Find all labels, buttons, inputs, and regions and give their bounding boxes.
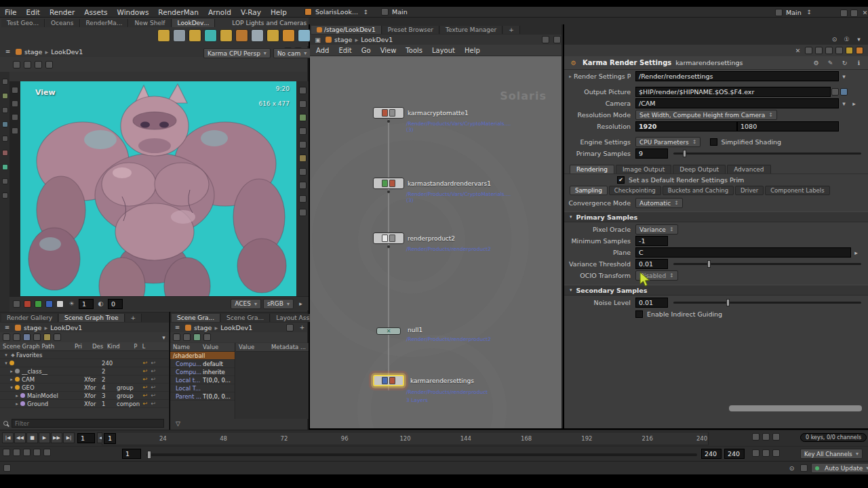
gamma-icon[interactable]: ◐ [96, 299, 106, 308]
engine-dropdown[interactable]: CPU Parameters ↕ [635, 137, 701, 147]
shelf-tool-icon[interactable] [173, 29, 186, 42]
shelf-tool-icon[interactable] [220, 29, 233, 42]
shelf-tool-icon[interactable] [298, 29, 311, 42]
breadcrumb[interactable]: stage ▸ LookDev1 [15, 324, 82, 331]
details-tab[interactable]: Scene Gra... [172, 314, 220, 322]
table-row[interactable]: ▾ ◆ Favorites [0, 351, 169, 359]
drag-tool-icon[interactable] [2, 136, 8, 142]
layout-icon[interactable] [840, 9, 848, 17]
activation-toggle-icon[interactable]: ↩ [149, 368, 157, 374]
tab-scene-graph-tree[interactable]: Scene Graph Tree [59, 314, 125, 322]
step-size-icon[interactable] [43, 449, 51, 456]
camera-chooser-icon[interactable]: ▾ [839, 99, 849, 108]
menu-view[interactable]: View [376, 45, 401, 56]
shading-mode-icon[interactable] [299, 100, 307, 108]
menu-file[interactable]: File [0, 7, 22, 18]
new-tab-button[interactable]: + [503, 26, 520, 34]
handles-tool-icon[interactable] [2, 107, 8, 113]
persp-view-icon[interactable] [299, 87, 307, 94]
green-channel-icon[interactable] [35, 300, 42, 308]
pixel-oracle-dropdown[interactable]: Variance ↕ [635, 224, 678, 235]
range-slider[interactable] [146, 453, 697, 456]
default-prim-checkbox[interactable]: ✔ [617, 176, 625, 184]
chevron-down-icon[interactable]: ▾ [159, 333, 169, 342]
tab-preset-browser[interactable]: Preset Browser [382, 26, 439, 34]
render-status-icon[interactable] [800, 464, 808, 472]
sun-icon[interactable]: ☀ [66, 299, 77, 308]
snap-point-icon[interactable] [12, 100, 18, 107]
grid-view-icon[interactable] [835, 47, 843, 54]
gear-icon[interactable]: ⚙ [811, 58, 821, 68]
expand-icon[interactable]: ▸ [14, 401, 20, 407]
auto-update-dropdown[interactable]: Auto Update ▾ [811, 463, 868, 473]
subtab-checkpointing[interactable]: Checkpointing [609, 186, 661, 195]
play-reverse-button[interactable]: ◀◀ [14, 432, 26, 443]
rotate-tool-icon[interactable] [35, 61, 42, 68]
expand-icon[interactable]: ▾ [3, 352, 9, 358]
menu-arnold[interactable]: Arnold [203, 7, 236, 18]
translate-tool-icon[interactable] [24, 61, 31, 68]
attribute-row[interactable]: Compu... default [170, 360, 235, 368]
guides-icon[interactable] [299, 195, 307, 203]
output-connector[interactable] [387, 120, 390, 123]
select-mode-icon[interactable] [2, 93, 8, 99]
prim-chooser-icon[interactable]: ▾ [839, 72, 849, 81]
disclosure-icon[interactable]: ▸ [567, 74, 574, 79]
blue-channel-icon[interactable] [45, 300, 53, 308]
section-primary-samples[interactable]: ▾ Primary Samples [564, 211, 868, 222]
background-icon[interactable] [299, 182, 307, 189]
alpha-channel-icon[interactable] [56, 300, 64, 308]
horizontal-scrollbar[interactable] [729, 405, 862, 411]
tree-expand-icon[interactable] [13, 333, 20, 341]
measure-tool-icon[interactable] [2, 178, 8, 184]
subtab-component-labels[interactable]: Component Labels [765, 186, 829, 195]
desktop-selector[interactable]: SolarisLook... ↕ [304, 7, 371, 17]
breadcrumb[interactable]: stage ▸ LookDev1 [185, 324, 252, 331]
list-view-icon[interactable] [825, 47, 833, 54]
plane-chooser-icon[interactable]: ▸ [851, 248, 861, 258]
menu-assets[interactable]: Assets [79, 7, 112, 18]
primary-samples-field[interactable]: 9 [635, 148, 668, 159]
play-button[interactable]: ▶ [39, 432, 50, 443]
remove-key-icon[interactable] [762, 449, 770, 457]
display-space-dropdown[interactable]: sRGB ▾ [263, 299, 294, 309]
shelf-tool-icon[interactable] [189, 29, 201, 42]
lighting-icon[interactable] [299, 141, 307, 148]
jump-to-icon[interactable]: ▸ [849, 99, 859, 108]
mplay-icon[interactable] [840, 88, 848, 96]
expand-icon[interactable]: ▸ [8, 377, 15, 382]
table-row[interactable]: ▸ Ground Xfor 1 compon ↩ ↩ [0, 400, 169, 408]
variance-threshold-slider[interactable] [673, 263, 861, 265]
visibility-toggle-icon[interactable]: ↩ [141, 368, 149, 374]
primary-samples-slider[interactable] [673, 152, 861, 155]
view-tool-icon[interactable] [2, 79, 8, 85]
tree-settings-icon[interactable] [54, 333, 61, 341]
output-picture-field[interactable]: $HIP/render/$HIPNAME.$OS.$F4.exr [635, 87, 831, 97]
noise-level-slider[interactable] [673, 302, 861, 304]
pane-selector-main[interactable]: Main [380, 8, 408, 16]
split-icon[interactable] [850, 9, 858, 17]
message-log-icon[interactable] [3, 464, 11, 472]
tab-image-output[interactable]: Image Output [616, 165, 671, 174]
visibility-toggle-icon[interactable]: ↩ [141, 392, 149, 399]
visibility-toggle-icon[interactable]: ↩ [141, 360, 149, 366]
construction-plane-icon[interactable] [12, 127, 18, 134]
shelf-tab[interactable]: Oceans [45, 19, 79, 27]
activation-toggle-icon[interactable]: ↩ [149, 401, 157, 407]
folder-icon[interactable] [846, 47, 853, 54]
prim-path-row[interactable]: /shaderball [170, 352, 235, 360]
scale-tool-icon[interactable] [45, 61, 53, 68]
menu-windows[interactable]: Windows [112, 7, 153, 18]
visibility-toggle-icon[interactable]: ↩ [141, 376, 149, 382]
attribute-row[interactable]: Compu... inherite [170, 368, 235, 376]
indirect-guiding-checkbox[interactable] [635, 310, 643, 318]
output-connector[interactable] [387, 245, 390, 248]
plus-icon[interactable]: + [297, 323, 307, 332]
playbar-options-icon[interactable] [33, 449, 41, 456]
activation-toggle-icon[interactable]: ↩ [149, 360, 157, 366]
menu-help[interactable]: Help [266, 7, 292, 18]
new-tab-button[interactable]: + [125, 314, 142, 322]
pane-pin-icon[interactable] [286, 324, 294, 331]
camera-field[interactable]: /CAM [635, 98, 839, 108]
range-slider-handle[interactable] [147, 451, 151, 459]
